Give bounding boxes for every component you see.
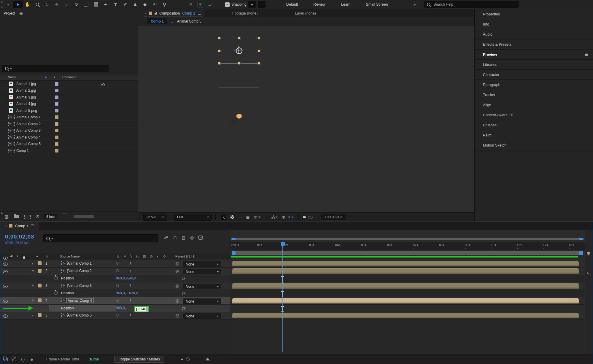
property-row-controls[interactable]: Position 960,0, -3240 @: [0, 305, 230, 312]
expander-icon[interactable]: ›: [32, 313, 33, 317]
panel-tab-tracker[interactable]: Tracker: [475, 90, 593, 100]
parent-dropdown[interactable]: None: [183, 298, 221, 304]
stopwatch-icon[interactable]: [54, 276, 58, 280]
project-item-row[interactable]: Animal 3.jpg: [0, 94, 138, 101]
pick-whip-icon[interactable]: @: [182, 276, 186, 281]
panel-tab-preview[interactable]: Preview☰: [475, 50, 593, 60]
playhead-line[interactable]: [282, 247, 283, 352]
label-color-swatch[interactable]: [55, 149, 58, 152]
view-axis-mode-button[interactable]: ▱: [205, 1, 215, 8]
panel-tab-info[interactable]: Info: [475, 19, 593, 29]
pick-whip-icon[interactable]: @: [182, 306, 186, 310]
comp-marker-button[interactable]: [587, 252, 590, 255]
layer-name[interactable]: Animal Comp 5: [67, 313, 92, 317]
project-item-row[interactable]: Animal Comp 4: [0, 134, 138, 141]
expander-icon[interactable]: ›: [32, 261, 33, 265]
parent-link-column-header[interactable]: Parent & Link: [175, 255, 195, 258]
layer-track[interactable]: [230, 260, 585, 268]
exposure-value[interactable]: +0,0: [287, 215, 294, 219]
collapse-switch-header-icon[interactable]: ✳: [123, 255, 126, 258]
comp-marker-pen-icon[interactable]: ✎: [586, 271, 589, 276]
property-value-prefix[interactable]: 960,0,: [116, 306, 126, 310]
resize-handle[interactable]: [218, 50, 221, 52]
shape-tool-button[interactable]: [91, 1, 101, 8]
search-options-caret[interactable]: [10, 68, 12, 69]
viewer-timecode[interactable]: 0;00;02;03: [321, 214, 347, 220]
panel-tab-paragraph[interactable]: Paragraph: [475, 80, 593, 90]
panel-menu-icon[interactable]: ☰: [31, 224, 34, 228]
fast-preview-button[interactable]: ☇: [221, 214, 226, 220]
layer-name[interactable]: Animal Comp 2: [67, 269, 92, 273]
quality-switch[interactable]: /: [130, 298, 131, 303]
layer-duration-bar[interactable]: [232, 283, 579, 289]
take-snapshot-button[interactable]: [303, 216, 306, 218]
panel-tab-effects-presets[interactable]: Effects & Presets: [475, 39, 593, 50]
source-name-column-header[interactable]: Source Name: [60, 255, 80, 258]
work-area-bar[interactable]: [232, 251, 583, 255]
snapping-checkbox[interactable]: ✓: [225, 2, 230, 7]
resolution-dropdown[interactable]: Full: [174, 214, 212, 221]
workspace-tab-small-screen[interactable]: Small Screen: [366, 2, 388, 7]
panel-tab-character[interactable]: Character: [475, 70, 593, 80]
pen-tool-button[interactable]: ✒: [101, 1, 111, 8]
layer-row-controls[interactable]: ∨ 2 Animal Comp 2 ⚇ / @ None: [0, 268, 230, 275]
frame-blending-icon[interactable]: ▥: [182, 235, 185, 240]
local-axis-mode-button[interactable]: ⋔: [186, 1, 195, 8]
label-color-swatch[interactable]: [55, 109, 58, 112]
channel-button[interactable]: [271, 215, 278, 219]
dolly-camera-tool-button[interactable]: ↕: [62, 1, 71, 8]
motion-blur-icon[interactable]: ◎: [190, 235, 194, 240]
rotation-tool-button[interactable]: ↺: [71, 1, 81, 8]
shy-switch[interactable]: ⚇: [116, 298, 119, 303]
panel-tab-brushes[interactable]: Brushes: [475, 120, 593, 130]
panel-menu-icon[interactable]: ☰: [198, 11, 201, 15]
zoom-tool-button[interactable]: [32, 1, 42, 8]
pick-whip-icon[interactable]: @: [175, 269, 179, 273]
motion-blur-header-icon[interactable]: ◎: [150, 255, 153, 258]
label-color-swatch[interactable]: [55, 102, 58, 106]
project-item-row[interactable]: Animal 4.jpg: [0, 101, 138, 108]
column-divider[interactable]: [60, 75, 60, 80]
breadcrumb-back-icon[interactable]: ‹: [171, 19, 173, 24]
layer-tab[interactable]: Layer (none): [295, 11, 316, 15]
layer-duration-bar[interactable]: [232, 313, 579, 318]
audio-column-header[interactable]: ◀): [10, 255, 13, 257]
shy-switch[interactable]: ⚇: [116, 313, 119, 317]
region-of-interest-button[interactable]: ▣: [246, 215, 249, 220]
timeline-comp-tab[interactable]: × Comp 1 ☰: [0, 222, 39, 230]
quality-switch[interactable]: /: [130, 284, 131, 288]
mask-visibility-button[interactable]: ▱: [239, 215, 242, 220]
pick-whip-icon[interactable]: @: [175, 284, 179, 288]
property-value[interactable]: 960,0,-1620,0: [116, 291, 138, 295]
breadcrumb-root[interactable]: Comp 1: [147, 18, 167, 24]
toggle-switches-modes-button[interactable]: Toggle Switches / Modes: [115, 356, 164, 363]
zoom-slider-knob[interactable]: [186, 357, 190, 361]
new-folder-icon[interactable]: [14, 215, 19, 218]
anchor-point-target[interactable]: [236, 47, 242, 54]
layer-track[interactable]: [230, 268, 585, 275]
layer-label-swatch[interactable]: [38, 313, 42, 317]
current-timecode[interactable]: 0;00;02;03: [5, 233, 34, 240]
panel-tab-content-aware-fill[interactable]: Content-Aware Fill: [475, 110, 593, 120]
quality-switch[interactable]: /: [130, 313, 131, 318]
snap-bounding-box-button[interactable]: [258, 1, 266, 8]
zoom-out-mountain-icon[interactable]: [181, 358, 183, 360]
label-color-swatch[interactable]: [55, 142, 58, 146]
layer-name[interactable]: Animal Comp 3: [67, 284, 92, 288]
column-name[interactable]: Name: [8, 75, 16, 79]
transparency-grid-button[interactable]: [230, 215, 234, 219]
pan-camera-tool-button[interactable]: ✚: [52, 1, 62, 8]
layer-duration-bar[interactable]: [232, 268, 579, 274]
label-color-swatch[interactable]: [55, 89, 58, 92]
expander-icon[interactable]: ∨: [32, 298, 34, 302]
panel-tab-audio[interactable]: Audio: [475, 29, 593, 39]
property-label[interactable]: Position: [49, 305, 116, 311]
project-item-row[interactable]: Animal Comp 3: [0, 128, 138, 134]
brush-tool-button[interactable]: ✐: [120, 1, 130, 8]
project-flowchart-icon[interactable]: ▦: [5, 214, 9, 219]
search-help-box[interactable]: Search Help: [424, 1, 519, 8]
transfer-modes-icon[interactable]: [12, 357, 16, 361]
stopwatch-icon[interactable]: [54, 291, 58, 295]
expander-icon[interactable]: ∨: [32, 284, 34, 287]
cheetah-image-layer[interactable]: [219, 107, 259, 129]
